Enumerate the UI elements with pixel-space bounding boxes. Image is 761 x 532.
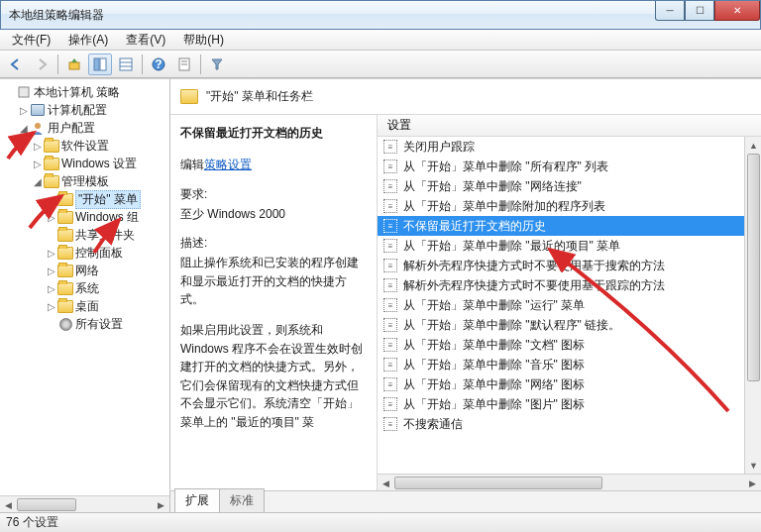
tree-windows-settings[interactable]: ▷Windows 设置 (4, 155, 169, 172)
folder-icon (57, 298, 73, 314)
details-button[interactable] (114, 53, 138, 75)
list-item[interactable]: ≡不保留最近打开文档的历史 (378, 216, 761, 236)
scroll-down-icon[interactable]: ▼ (745, 457, 761, 474)
list-item-label: 从「开始」菜单中删除 "音乐" 图标 (403, 357, 585, 373)
properties-button[interactable] (172, 53, 196, 75)
folder-icon (57, 245, 73, 261)
settings-list[interactable]: ≡关闭用户跟踪≡从「开始」菜单中删除 "所有程序" 列表≡从「开始」菜单中删除 … (378, 137, 761, 474)
tree-shared-folders[interactable]: 共享文件夹 (4, 226, 169, 244)
tree-h-scrollbar[interactable]: ◀ ▶ (0, 495, 169, 512)
tab-standard[interactable]: 标准 (219, 488, 265, 512)
collapse-icon[interactable]: ▷ (32, 159, 44, 169)
settings-list-panel: 设置 ≡关闭用户跟踪≡从「开始」菜单中删除 "所有程序" 列表≡从「开始」菜单中… (378, 115, 761, 490)
list-item[interactable]: ≡解析外壳程序快捷方式时不要使用基于搜索的方法 (378, 256, 761, 275)
scrollbar-thumb[interactable] (747, 154, 760, 381)
list-item[interactable]: ≡从「开始」菜单中删除 "图片" 图标 (378, 394, 761, 414)
scrollbar-thumb[interactable] (17, 498, 76, 511)
list-item[interactable]: ≡从「开始」菜单中删除附加的程序列表 (378, 196, 761, 216)
window-titlebar[interactable]: 本地组策略编辑器 ─ ☐ ✕ (0, 0, 761, 30)
list-header[interactable]: 设置 (378, 115, 761, 137)
list-item-label: 从「开始」菜单中删除 "文档" 图标 (403, 337, 585, 354)
folder-icon (57, 209, 73, 225)
collapse-icon[interactable]: ▷ (18, 105, 30, 116)
list-item[interactable]: ≡不搜索通信 (378, 414, 761, 434)
list-item-label: 不保留最近打开文档的历史 (403, 218, 546, 235)
maximize-button[interactable]: ☐ (685, 1, 714, 21)
list-item[interactable]: ≡从「开始」菜单中删除 "音乐" 图标 (378, 355, 761, 374)
list-item[interactable]: ≡从「开始」菜单中删除 "网络连接" (378, 176, 761, 196)
tree-windows-components[interactable]: ▷Windows 组 (4, 208, 169, 226)
list-item-label: 从「开始」菜单中删除 "最近的项目" 菜单 (403, 238, 620, 255)
collapse-icon[interactable]: ▷ (46, 212, 57, 223)
policy-item-icon: ≡ (383, 259, 397, 272)
edit-policy-link[interactable]: 策略设置 (204, 158, 252, 171)
expand-icon[interactable]: ◢ (18, 123, 30, 134)
policy-item-icon: ≡ (383, 278, 397, 292)
scroll-right-icon[interactable]: ▶ (153, 496, 169, 512)
description-text-1: 阻止操作系统和已安装的程序创建和显示最近打开的文档的快捷方式。 (180, 254, 369, 309)
menu-help[interactable]: 帮助(H) (175, 30, 232, 51)
svg-rect-3 (120, 58, 132, 70)
list-v-scrollbar[interactable]: ▲ ▼ (744, 137, 761, 474)
list-item[interactable]: ≡从「开始」菜单中删除 "所有程序" 列表 (378, 157, 761, 176)
menu-bar: 文件(F) 操作(A) 查看(V) 帮助(H) (0, 30, 761, 51)
collapse-icon[interactable]: ▷ (46, 266, 57, 276)
folder-icon (57, 227, 73, 243)
policy-item-icon: ≡ (383, 160, 397, 173)
close-button[interactable]: ✕ (714, 1, 760, 21)
tree-control-panel[interactable]: ▷控制面板 (4, 244, 169, 262)
nav-forward-button[interactable] (30, 53, 54, 75)
tree-admin-templates[interactable]: ◢管理模板 (4, 172, 169, 190)
policy-item-icon: ≡ (383, 298, 397, 312)
menu-action[interactable]: 操作(A) (60, 30, 116, 51)
up-button[interactable] (62, 53, 86, 75)
list-item[interactable]: ≡从「开始」菜单中删除 "运行" 菜单 (378, 295, 761, 315)
toolbar-separator (200, 54, 201, 74)
scroll-left-icon[interactable]: ◀ (0, 496, 17, 512)
list-item[interactable]: ≡从「开始」菜单中删除 "默认程序" 链接。 (378, 315, 761, 335)
setting-title: 不保留最近打开文档的历史 (180, 125, 369, 142)
tree-desktop[interactable]: ▷桌面 (4, 297, 169, 315)
tree-computer-config[interactable]: ▷计算机配置 (4, 101, 169, 119)
collapse-icon[interactable]: ▷ (46, 248, 57, 259)
list-item[interactable]: ≡从「开始」菜单中删除 "文档" 图标 (378, 335, 761, 355)
help-button[interactable]: ? (147, 53, 170, 75)
requirement-text: 至少 Windows 2000 (180, 205, 369, 224)
tree[interactable]: 本地计算机 策略 ▷计算机配置 ◢用户配置 ▷软件设置 ▷Windows 设置 … (0, 79, 169, 333)
expand-icon[interactable]: ◢ (32, 176, 44, 187)
description-text-2: 如果启用此设置，则系统和 Windows 程序不会在设置生效时创建打开的文档的快… (180, 321, 369, 432)
scrollbar-thumb[interactable] (394, 477, 602, 489)
collapse-icon[interactable]: ▷ (32, 141, 44, 152)
tree-root[interactable]: 本地计算机 策略 (4, 83, 169, 101)
tree-system[interactable]: ▷系统 (4, 279, 169, 297)
gear-icon (57, 316, 73, 332)
scroll-left-icon[interactable]: ◀ (378, 475, 394, 490)
description-panel: 不保留最近打开文档的历史 编辑策略设置 要求: 至少 Windows 2000 … (170, 115, 378, 490)
menu-view[interactable]: 查看(V) (118, 30, 173, 51)
collapse-icon[interactable]: ▷ (46, 283, 57, 294)
window-title: 本地组策略编辑器 (9, 7, 104, 24)
scroll-up-icon[interactable]: ▲ (745, 137, 761, 154)
show-tree-button[interactable] (88, 53, 112, 75)
tree-network[interactable]: ▷网络 (4, 262, 169, 279)
list-item[interactable]: ≡解析外壳程序快捷方式时不要使用基于跟踪的方法 (378, 275, 761, 295)
list-item[interactable]: ≡关闭用户跟踪 (378, 137, 761, 157)
tree-user-config[interactable]: ◢用户配置 (4, 119, 169, 137)
nav-back-button[interactable] (4, 53, 28, 75)
collapse-icon[interactable]: ▷ (46, 301, 57, 312)
tree-all-settings[interactable]: 所有设置 (4, 315, 169, 333)
tree-panel: 本地计算机 策略 ▷计算机配置 ◢用户配置 ▷软件设置 ▷Windows 设置 … (0, 79, 170, 512)
tree-start-menu[interactable]: "开始" 菜单 (4, 190, 169, 208)
tree-software-settings[interactable]: ▷软件设置 (4, 137, 169, 155)
scroll-right-icon[interactable]: ▶ (744, 475, 761, 490)
tab-extended[interactable]: 扩展 (174, 488, 220, 512)
policy-icon (16, 84, 32, 100)
list-item[interactable]: ≡从「开始」菜单中删除 "网络" 图标 (378, 374, 761, 394)
list-h-scrollbar[interactable]: ◀ ▶ (378, 474, 761, 490)
policy-item-icon: ≡ (383, 338, 397, 352)
list-item[interactable]: ≡从「开始」菜单中删除 "最近的项目" 菜单 (378, 236, 761, 256)
filter-button[interactable] (205, 53, 229, 75)
menu-file[interactable]: 文件(F) (4, 30, 58, 51)
minimize-button[interactable]: ─ (655, 1, 685, 21)
policy-item-icon: ≡ (383, 199, 397, 213)
